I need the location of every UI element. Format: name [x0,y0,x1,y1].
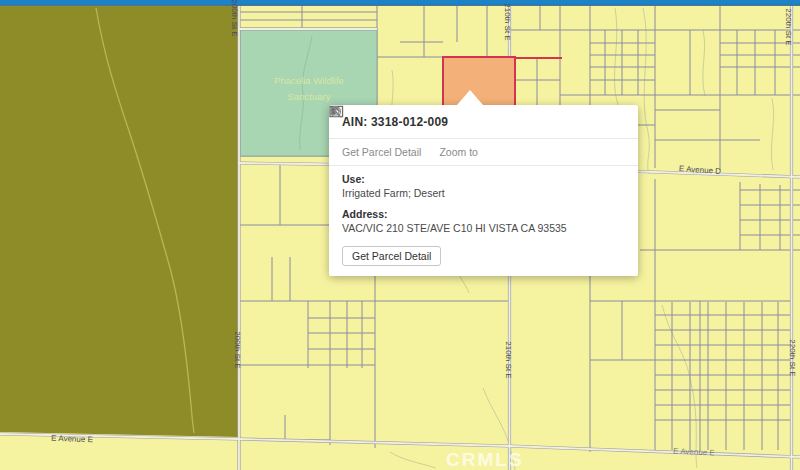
collapse-button[interactable] [582,113,606,131]
open-space-area[interactable] [0,6,238,437]
street-label-220th-top: 220th St E [784,8,793,45]
address-field-value: VAC/VIC 210 STE/AVE C10 HI VISTA CA 9353… [342,222,625,236]
get-parcel-detail-button[interactable]: Get Parcel Detail [342,246,441,266]
zoom-to-action-label: Zoom to [439,146,478,158]
street-label-200th-top: 200th St E [230,0,239,37]
avenue-e-label: E Avenue E [51,434,93,444]
use-field: Use: Irrigated Farm; Desert [342,173,625,200]
street-label-210th-mid: 210th St E [504,341,513,378]
popup-callout-arrow [457,90,483,105]
watermark: CRMLS [446,449,524,470]
popup-body: Use: Irrigated Farm; Desert Address: VAC… [329,166,638,276]
use-field-value: Irrigated Farm; Desert [342,187,625,201]
zoom-to-icon [329,105,343,119]
dock-button[interactable] [558,113,582,131]
top-boundary-bar [0,0,800,6]
use-field-label: Use: [342,173,625,187]
address-field-label: Address: [342,208,625,222]
street-label-200th-mid: 200th St E [233,331,242,368]
popup-actions: Get Parcel Detail Zoom to [329,139,638,166]
parcel-popup: AIN: 3318-012-009 [329,105,638,276]
address-field: Address: VAC/VIC 210 STE/AVE C10 HI VIST… [342,208,625,235]
svg-text:Sanctuary: Sanctuary [288,91,331,102]
get-parcel-detail-action[interactable]: Get Parcel Detail [342,146,421,158]
svg-text:Phacelia Wildlife: Phacelia Wildlife [274,75,344,86]
close-button[interactable] [606,113,630,131]
street-label-210th-top: 210th St E [503,3,512,40]
popup-header: AIN: 3318-012-009 [329,105,638,139]
zoom-to-action[interactable]: Zoom to [439,146,478,158]
get-parcel-detail-action-label: Get Parcel Detail [342,146,421,158]
street-label-220th-mid: 220th St E [788,339,797,376]
popup-title: AIN: 3318-012-009 [342,115,558,129]
map-view: 200th St E 200th St E 210th St E 210th S… [0,0,800,470]
